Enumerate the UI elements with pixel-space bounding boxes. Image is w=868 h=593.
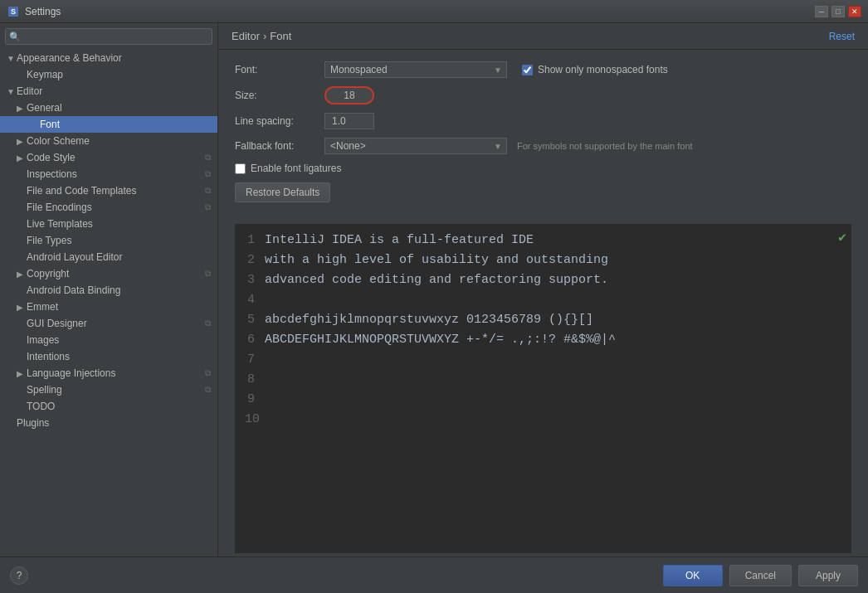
- fallback-font-select[interactable]: <None>: [324, 138, 507, 154]
- window-title: Settings: [25, 6, 815, 17]
- preview-lines: 1IntelliJ IDEA is a full-featured IDE2wi…: [245, 231, 841, 430]
- tree-arrow-icon: ▶: [17, 270, 27, 279]
- size-row: Size:: [235, 86, 851, 105]
- sidebar-item-label: Live Templates: [27, 218, 93, 230]
- size-input[interactable]: [324, 86, 374, 105]
- copy-icon: ⧉: [205, 269, 211, 279]
- sidebar-item-color-scheme[interactable]: ▶Color Scheme: [0, 133, 217, 149]
- preview-line: 7: [245, 350, 841, 370]
- sidebar-item-label: TODO: [27, 401, 55, 412]
- copy-icon: ⧉: [205, 186, 211, 196]
- enable-ligatures-checkbox[interactable]: [235, 163, 246, 174]
- breadcrumb-parent: Editor: [232, 30, 260, 42]
- fallback-font-select-wrap: <None> ▼: [324, 138, 507, 154]
- tree-arrow-icon: ▼: [7, 87, 17, 96]
- reset-link[interactable]: Reset: [829, 31, 855, 42]
- search-input[interactable]: [24, 31, 208, 42]
- line-number: 6: [245, 330, 255, 350]
- sidebar-item-font[interactable]: Font: [0, 116, 217, 133]
- font-select[interactable]: Monospaced Courier New Consolas: [324, 61, 507, 78]
- sidebar-item-label: Language Injections: [27, 367, 115, 379]
- preview-line: 10: [245, 410, 841, 430]
- line-number: 7: [245, 350, 255, 370]
- sidebar-item-label: Android Data Binding: [27, 284, 120, 296]
- sidebar-item-editor[interactable]: ▼Editor: [0, 83, 217, 100]
- maximize-button[interactable]: □: [831, 6, 845, 17]
- line-content: advanced code editing and refactoring su…: [265, 270, 608, 290]
- copy-icon: ⧉: [205, 318, 211, 328]
- sidebar-item-file-types[interactable]: File Types: [0, 232, 217, 249]
- copy-icon: ⧉: [205, 202, 211, 212]
- size-label: Size:: [235, 90, 318, 101]
- sidebar-item-emmet[interactable]: ▶Emmet: [0, 299, 217, 315]
- line-spacing-label: Line spacing:: [235, 115, 318, 127]
- tree-arrow-icon: ▶: [17, 153, 27, 163]
- sidebar-item-label: File Types: [27, 235, 71, 246]
- sidebar-item-file-encodings[interactable]: File Encodings⧉: [0, 199, 217, 216]
- ok-button[interactable]: OK: [663, 565, 723, 586]
- bottom-right: OK Cancel Apply: [663, 565, 858, 586]
- preview-line: 6ABCDEFGHIJKLMNOPQRSTUVWXYZ +-*/= .,;:!?…: [245, 330, 841, 350]
- preview-line: 3advanced code editing and refactoring s…: [245, 270, 841, 290]
- tree-arrow-icon: ▶: [17, 303, 27, 312]
- sidebar-item-label: Plugins: [17, 417, 49, 429]
- sidebar-item-label: Emmet: [27, 301, 58, 313]
- breadcrumb: Editor › Font: [232, 30, 291, 42]
- sidebar-item-label: Keymap: [27, 69, 63, 80]
- sidebar-item-label: File Encodings: [27, 202, 92, 213]
- show-monospaced-checkbox[interactable]: [522, 65, 533, 75]
- line-number: 3: [245, 270, 255, 290]
- search-box[interactable]: 🔍: [5, 28, 212, 45]
- content-panel: Editor › Font Reset Font: Monospaced Cou…: [218, 23, 868, 557]
- sidebar-item-plugins[interactable]: Plugins: [0, 415, 217, 431]
- minimize-button[interactable]: ─: [815, 6, 828, 17]
- line-spacing-input[interactable]: [324, 113, 374, 129]
- sidebar-item-android-layout-editor[interactable]: Android Layout Editor: [0, 249, 217, 265]
- help-button[interactable]: ?: [10, 566, 28, 585]
- sidebar-item-code-style[interactable]: ▶Code Style⧉: [0, 149, 217, 166]
- apply-button[interactable]: Apply: [798, 565, 858, 586]
- sidebar-item-gui-designer[interactable]: GUI Designer⧉: [0, 315, 217, 332]
- copy-icon: ⧉: [205, 368, 211, 378]
- sidebar-item-todo[interactable]: TODO: [0, 398, 217, 415]
- sidebar-item-intentions[interactable]: Intentions: [0, 348, 217, 365]
- sidebar-item-spelling[interactable]: Spelling⧉: [0, 382, 217, 398]
- sidebar-item-language-injections[interactable]: ▶Language Injections⧉: [0, 365, 217, 382]
- sidebar-item-keymap[interactable]: Keymap: [0, 66, 217, 83]
- line-number: 2: [245, 250, 255, 270]
- preview-line: 4: [245, 290, 841, 310]
- line-content: abcdefghijklmnopqrstuvwxyz 0123456789 ()…: [265, 310, 593, 330]
- preview-line: 2with a high level of usability and outs…: [245, 250, 841, 270]
- line-number: 4: [245, 290, 255, 310]
- sidebar-item-file-and-code-templates[interactable]: File and Code Templates⧉: [0, 182, 217, 199]
- font-row: Font: Monospaced Courier New Consolas ▼ …: [235, 61, 851, 78]
- sidebar-item-label: Copyright: [27, 268, 69, 279]
- font-select-wrap: Monospaced Courier New Consolas ▼: [324, 61, 507, 78]
- font-label: Font:: [235, 64, 318, 75]
- sidebar-item-label: Android Layout Editor: [27, 251, 122, 263]
- tree-arrow-icon: ▶: [17, 137, 27, 146]
- main-container: 🔍 ▼Appearance & BehaviorKeymap▼Editor▶Ge…: [0, 23, 868, 557]
- sidebar-item-general[interactable]: ▶General: [0, 100, 217, 116]
- sidebar-item-inspections[interactable]: Inspections⧉: [0, 166, 217, 182]
- restore-defaults-button[interactable]: Restore Defaults: [235, 182, 330, 202]
- preview-area: ✔ 1IntelliJ IDEA is a full-featured IDE2…: [235, 224, 851, 553]
- close-button[interactable]: ✕: [848, 6, 861, 17]
- sidebar-item-android-data-binding[interactable]: Android Data Binding: [0, 282, 217, 299]
- sidebar-item-live-templates[interactable]: Live Templates: [0, 216, 217, 232]
- sidebar-item-copyright[interactable]: ▶Copyright⧉: [0, 265, 217, 282]
- sidebar-item-appearance-&-behavior[interactable]: ▼Appearance & Behavior: [0, 50, 217, 66]
- copy-icon: ⧉: [205, 169, 211, 179]
- enable-ligatures-label: Enable font ligatures: [251, 163, 341, 174]
- sidebar-item-label: Inspections: [27, 168, 77, 180]
- sidebar-item-label: Images: [27, 334, 59, 346]
- line-number: 1: [245, 231, 255, 250]
- sidebar-item-label: Font: [40, 119, 60, 130]
- preview-line: 9: [245, 390, 841, 410]
- sidebar: 🔍 ▼Appearance & BehaviorKeymap▼Editor▶Ge…: [0, 23, 218, 557]
- fallback-font-row: Fallback font: <None> ▼ For symbols not …: [235, 138, 851, 154]
- sidebar-item-images[interactable]: Images: [0, 332, 217, 348]
- breadcrumb-separator: ›: [263, 30, 266, 42]
- window-icon: S: [7, 5, 20, 18]
- cancel-button[interactable]: Cancel: [729, 565, 792, 586]
